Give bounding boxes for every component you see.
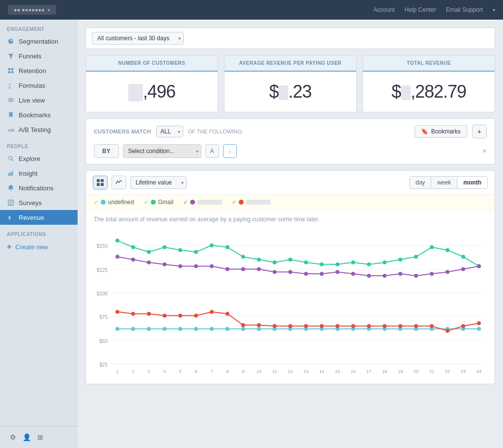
sidebar-item-insight[interactable]: Insight bbox=[0, 166, 78, 181]
svg-rect-4 bbox=[11, 71, 13, 73]
svg-text:16: 16 bbox=[351, 369, 356, 374]
sidebar: ENGAGEMENT Segmentation Funnels Retentio… bbox=[0, 20, 78, 448]
topbar-brand[interactable]: ●● ●●●●●●● ▾ bbox=[8, 5, 56, 15]
stat-card-arpu-body: $.23 bbox=[224, 72, 356, 112]
svg-point-121 bbox=[304, 272, 308, 276]
svg-point-91 bbox=[210, 243, 214, 247]
chart-week-button[interactable]: week bbox=[431, 177, 457, 188]
stat-card-arpu: AVERAGE REVENUE PER PAYING USER $.23 bbox=[224, 55, 357, 112]
svg-text:13: 13 bbox=[304, 369, 308, 374]
sidebar-item-bookmarks[interactable]: Bookmarks bbox=[0, 107, 78, 122]
svg-point-114 bbox=[194, 264, 198, 268]
blurred-digit bbox=[128, 84, 143, 102]
sidebar-item-abtesting[interactable]: A/B A/B Testing bbox=[0, 122, 78, 137]
svg-text:8: 8 bbox=[226, 369, 228, 374]
svg-rect-23 bbox=[97, 183, 100, 186]
svg-text:$150: $150 bbox=[97, 243, 108, 249]
topbar-chevron-icon: ▾ bbox=[493, 7, 495, 13]
svg-text:11: 11 bbox=[272, 369, 277, 374]
svg-text:7: 7 bbox=[210, 369, 213, 374]
svg-point-143 bbox=[273, 324, 277, 328]
pie-chart-icon bbox=[7, 37, 15, 45]
chart-line-view-button[interactable] bbox=[112, 176, 126, 189]
svg-point-115 bbox=[210, 264, 214, 268]
svg-text:2: 2 bbox=[132, 369, 134, 374]
svg-point-98 bbox=[320, 263, 324, 266]
svg-point-69 bbox=[241, 327, 245, 331]
svg-text:18: 18 bbox=[382, 369, 387, 374]
filter-dropdown[interactable]: All customers - last 30 days Active user… bbox=[92, 32, 184, 45]
svg-point-9 bbox=[9, 157, 12, 160]
sidebar-item-surveys[interactable]: Surveys bbox=[0, 195, 78, 210]
svg-point-88 bbox=[163, 245, 167, 249]
svg-point-133 bbox=[115, 310, 119, 314]
svg-rect-2 bbox=[11, 68, 13, 70]
match-select[interactable]: ALL ANY bbox=[156, 126, 183, 137]
applications-section-label: APPLICATIONS bbox=[0, 225, 78, 239]
svg-text:12: 12 bbox=[288, 369, 293, 374]
svg-text:$25: $25 bbox=[99, 362, 108, 368]
svg-text:24: 24 bbox=[476, 369, 481, 374]
nav-help-center[interactable]: Help Center bbox=[405, 6, 436, 13]
condition-select[interactable]: Select condition... bbox=[123, 144, 201, 158]
svg-text:22: 22 bbox=[445, 369, 450, 374]
svg-rect-3 bbox=[8, 71, 10, 73]
nav-email-support[interactable]: Email Support bbox=[446, 6, 483, 13]
chart-day-button[interactable]: day bbox=[410, 177, 431, 188]
metric-select[interactable]: Lifetime value Total revenue ARPU bbox=[130, 176, 187, 189]
formula-icon: ∑ bbox=[7, 81, 15, 89]
svg-rect-22 bbox=[101, 179, 104, 182]
brand-label: ●● ●●●●●●● bbox=[14, 7, 45, 13]
stat-customers-suffix: ,496 bbox=[143, 81, 175, 102]
svg-text:6: 6 bbox=[195, 369, 197, 374]
explore-icon bbox=[7, 155, 15, 162]
legend-check-blurred2: ✓ bbox=[183, 199, 188, 206]
nav-account[interactable]: Account bbox=[373, 6, 394, 13]
svg-point-65 bbox=[178, 327, 182, 331]
condition-avatar-icon: A bbox=[205, 144, 219, 158]
svg-marker-0 bbox=[8, 54, 14, 58]
of-following-label: OF THE FOLLOWING: bbox=[188, 129, 243, 134]
topbar-left: ●● ●●●●●●● ▾ bbox=[8, 5, 56, 15]
legend-dot-gmail bbox=[151, 200, 156, 205]
chart-grid-view-button[interactable] bbox=[93, 176, 108, 189]
svg-text:5: 5 bbox=[179, 369, 181, 374]
stat-revenue-prefix: $ bbox=[391, 81, 401, 102]
filter-arrow-button[interactable]: › bbox=[223, 144, 237, 158]
svg-point-123 bbox=[335, 270, 339, 274]
svg-point-92 bbox=[225, 245, 229, 249]
stat-card-customers-value: ,496 bbox=[94, 81, 210, 102]
svg-rect-21 bbox=[97, 179, 100, 182]
engagement-section-label: ENGAGEMENT bbox=[0, 20, 78, 34]
sidebar-item-surveys-label: Surveys bbox=[19, 199, 42, 207]
sidebar-item-explore-label: Explore bbox=[19, 155, 40, 162]
sidebar-item-liveview[interactable]: Live view bbox=[0, 93, 78, 107]
sidebar-item-explore[interactable]: Explore bbox=[0, 151, 78, 166]
sidebar-item-notifications[interactable]: Notifications bbox=[0, 181, 78, 195]
svg-point-126 bbox=[383, 274, 387, 278]
sidebar-item-segmentation[interactable]: Segmentation bbox=[0, 34, 78, 49]
sidebar-item-revenue[interactable]: $ Revenue bbox=[0, 210, 78, 225]
stat-card-arpu-header: AVERAGE REVENUE PER PAYING USER bbox=[224, 55, 356, 72]
svg-point-102 bbox=[383, 261, 387, 264]
bookmarks-button[interactable]: 🔖 Bookmarks bbox=[415, 125, 467, 138]
chart-month-button[interactable]: month bbox=[457, 177, 487, 188]
sidebar-item-funnels[interactable]: Funnels bbox=[0, 49, 78, 63]
svg-point-154 bbox=[446, 329, 449, 333]
legend-label-gmail: Gmail bbox=[158, 199, 173, 206]
chart-section: Lifetime value Total revenue ARPU day we… bbox=[85, 170, 495, 384]
sidebar-item-formulas[interactable]: ∑ Formulas bbox=[0, 78, 78, 93]
svg-text:15: 15 bbox=[335, 369, 340, 374]
sidebar-create-new[interactable]: + Create new bbox=[0, 239, 78, 255]
sidebar-item-retention[interactable]: Retention bbox=[0, 63, 78, 78]
add-filter-button[interactable]: + bbox=[472, 125, 487, 138]
svg-point-110 bbox=[131, 258, 135, 262]
sidebar-item-revenue-label: Revenue bbox=[19, 214, 44, 221]
user-icon[interactable]: 👤 bbox=[20, 430, 33, 444]
legend-dot-undefined bbox=[101, 200, 106, 205]
filter-close-button[interactable]: × bbox=[482, 147, 487, 156]
svg-point-128 bbox=[414, 274, 418, 278]
settings-icon[interactable]: ⚙ bbox=[6, 430, 20, 444]
svg-point-105 bbox=[430, 245, 434, 249]
layout-icon[interactable]: ⊞ bbox=[33, 430, 47, 444]
